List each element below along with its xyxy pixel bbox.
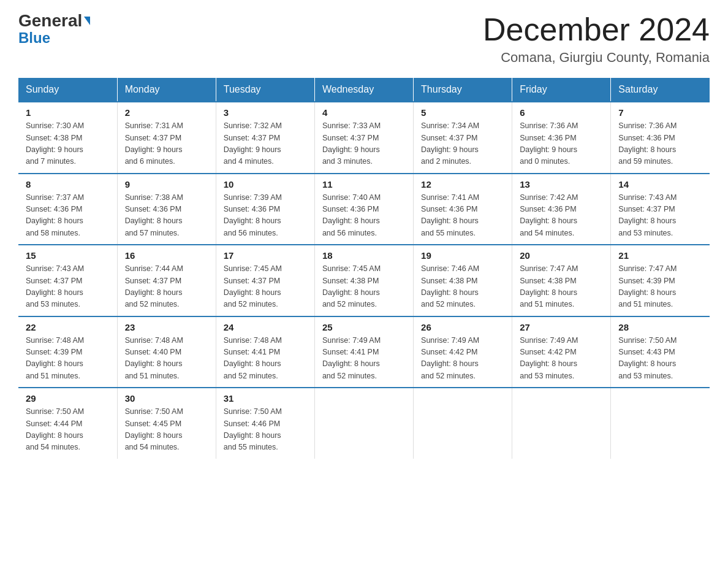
calendar-cell-w1-d2: 2Sunrise: 7:31 AMSunset: 4:37 PMDaylight… xyxy=(117,102,216,174)
calendar-cell-w5-d5 xyxy=(414,388,512,459)
day-number: 12 xyxy=(421,179,504,190)
day-info: Sunrise: 7:48 AMSunset: 4:41 PMDaylight:… xyxy=(224,336,282,380)
day-info: Sunrise: 7:40 AMSunset: 4:36 PMDaylight:… xyxy=(322,193,381,237)
calendar-cell-w5-d2: 30Sunrise: 7:50 AMSunset: 4:45 PMDayligh… xyxy=(117,388,216,459)
day-number: 21 xyxy=(618,250,702,261)
day-number: 30 xyxy=(125,393,208,404)
day-info: Sunrise: 7:37 AMSunset: 4:36 PMDaylight:… xyxy=(26,193,84,237)
day-number: 15 xyxy=(26,250,110,261)
day-number: 17 xyxy=(224,250,307,261)
calendar-cell-w3-d2: 16Sunrise: 7:44 AMSunset: 4:37 PMDayligh… xyxy=(117,245,216,316)
day-info: Sunrise: 7:39 AMSunset: 4:36 PMDaylight:… xyxy=(224,193,282,237)
calendar-cell-w5-d6 xyxy=(512,388,611,459)
calendar-cell-w2-d5: 12Sunrise: 7:41 AMSunset: 4:36 PMDayligh… xyxy=(414,174,512,245)
calendar-header: Sunday Monday Tuesday Wednesday Thursday… xyxy=(18,78,710,102)
header-sunday: Sunday xyxy=(18,78,117,102)
day-info: Sunrise: 7:50 AMSunset: 4:43 PMDaylight:… xyxy=(618,336,677,380)
header-tuesday: Tuesday xyxy=(216,78,314,102)
day-info: Sunrise: 7:36 AMSunset: 4:36 PMDaylight:… xyxy=(520,121,578,166)
calendar-cell-w1-d3: 3Sunrise: 7:32 AMSunset: 4:37 PMDaylight… xyxy=(216,102,314,174)
day-info: Sunrise: 7:48 AMSunset: 4:40 PMDaylight:… xyxy=(125,336,183,380)
day-number: 16 xyxy=(125,250,208,261)
logo: General Blue xyxy=(18,12,90,45)
calendar-cell-w3-d7: 21Sunrise: 7:47 AMSunset: 4:39 PMDayligh… xyxy=(611,245,710,316)
day-info: Sunrise: 7:44 AMSunset: 4:37 PMDaylight:… xyxy=(125,264,183,308)
day-number: 25 xyxy=(322,322,406,332)
calendar-week-4: 22Sunrise: 7:48 AMSunset: 4:39 PMDayligh… xyxy=(18,316,710,388)
calendar-cell-w5-d7 xyxy=(611,388,710,459)
logo-blue: Blue xyxy=(18,31,50,45)
calendar-cell-w2-d2: 9Sunrise: 7:38 AMSunset: 4:36 PMDaylight… xyxy=(117,174,216,245)
calendar-cell-w3-d1: 15Sunrise: 7:43 AMSunset: 4:37 PMDayligh… xyxy=(18,245,117,316)
day-info: Sunrise: 7:49 AMSunset: 4:42 PMDaylight:… xyxy=(421,336,479,380)
day-number: 14 xyxy=(618,179,702,190)
day-info: Sunrise: 7:32 AMSunset: 4:37 PMDaylight:… xyxy=(224,121,282,166)
day-number: 31 xyxy=(224,393,307,404)
calendar-cell-w1-d6: 6Sunrise: 7:36 AMSunset: 4:36 PMDaylight… xyxy=(512,102,611,174)
calendar-cell-w3-d6: 20Sunrise: 7:47 AMSunset: 4:38 PMDayligh… xyxy=(512,245,611,316)
day-info: Sunrise: 7:49 AMSunset: 4:41 PMDaylight:… xyxy=(322,336,381,380)
calendar-table: Sunday Monday Tuesday Wednesday Thursday… xyxy=(18,78,710,459)
day-info: Sunrise: 7:48 AMSunset: 4:39 PMDaylight:… xyxy=(26,336,84,380)
calendar-cell-w4-d1: 22Sunrise: 7:48 AMSunset: 4:39 PMDayligh… xyxy=(18,316,117,388)
calendar-cell-w4-d6: 27Sunrise: 7:49 AMSunset: 4:42 PMDayligh… xyxy=(512,316,611,388)
location: Comana, Giurgiu County, Romania xyxy=(483,50,710,66)
calendar-cell-w2-d3: 10Sunrise: 7:39 AMSunset: 4:36 PMDayligh… xyxy=(216,174,314,245)
day-number: 23 xyxy=(125,322,208,332)
calendar-cell-w3-d4: 18Sunrise: 7:45 AMSunset: 4:38 PMDayligh… xyxy=(314,245,413,316)
month-title: December 2024 xyxy=(483,12,710,47)
day-number: 7 xyxy=(618,107,702,118)
calendar-cell-w5-d3: 31Sunrise: 7:50 AMSunset: 4:46 PMDayligh… xyxy=(216,388,314,459)
day-info: Sunrise: 7:34 AMSunset: 4:37 PMDaylight:… xyxy=(421,121,479,166)
day-info: Sunrise: 7:38 AMSunset: 4:36 PMDaylight:… xyxy=(125,193,183,237)
logo-general: General xyxy=(18,12,90,29)
header-monday: Monday xyxy=(117,78,216,102)
day-number: 29 xyxy=(26,393,110,404)
day-number: 22 xyxy=(26,322,110,332)
day-info: Sunrise: 7:42 AMSunset: 4:36 PMDaylight:… xyxy=(520,193,578,237)
day-info: Sunrise: 7:43 AMSunset: 4:37 PMDaylight:… xyxy=(618,193,677,237)
calendar-body: 1Sunrise: 7:30 AMSunset: 4:38 PMDaylight… xyxy=(18,102,710,459)
day-number: 6 xyxy=(520,107,603,118)
calendar-cell-w1-d5: 5Sunrise: 7:34 AMSunset: 4:37 PMDaylight… xyxy=(414,102,512,174)
calendar-cell-w3-d3: 17Sunrise: 7:45 AMSunset: 4:37 PMDayligh… xyxy=(216,245,314,316)
header-wednesday: Wednesday xyxy=(314,78,413,102)
day-number: 4 xyxy=(322,107,406,118)
calendar-cell-w1-d1: 1Sunrise: 7:30 AMSunset: 4:38 PMDaylight… xyxy=(18,102,117,174)
calendar-cell-w4-d5: 26Sunrise: 7:49 AMSunset: 4:42 PMDayligh… xyxy=(414,316,512,388)
day-info: Sunrise: 7:50 AMSunset: 4:44 PMDaylight:… xyxy=(26,407,84,451)
day-info: Sunrise: 7:50 AMSunset: 4:45 PMDaylight:… xyxy=(125,407,183,451)
day-number: 1 xyxy=(26,107,110,118)
day-number: 10 xyxy=(224,179,307,190)
calendar-cell-w2-d1: 8Sunrise: 7:37 AMSunset: 4:36 PMDaylight… xyxy=(18,174,117,245)
calendar-cell-w4-d7: 28Sunrise: 7:50 AMSunset: 4:43 PMDayligh… xyxy=(611,316,710,388)
day-number: 20 xyxy=(520,250,603,261)
day-number: 13 xyxy=(520,179,603,190)
calendar-week-3: 15Sunrise: 7:43 AMSunset: 4:37 PMDayligh… xyxy=(18,245,710,316)
day-number: 19 xyxy=(421,250,504,261)
day-info: Sunrise: 7:50 AMSunset: 4:46 PMDaylight:… xyxy=(224,407,282,451)
calendar-week-2: 8Sunrise: 7:37 AMSunset: 4:36 PMDaylight… xyxy=(18,174,710,245)
header-thursday: Thursday xyxy=(414,78,512,102)
day-info: Sunrise: 7:41 AMSunset: 4:36 PMDaylight:… xyxy=(421,193,479,237)
day-info: Sunrise: 7:49 AMSunset: 4:42 PMDaylight:… xyxy=(520,336,578,380)
page-header: General Blue December 2024 Comana, Giurg… xyxy=(18,12,710,66)
header-saturday: Saturday xyxy=(611,78,710,102)
calendar-cell-w4-d4: 25Sunrise: 7:49 AMSunset: 4:41 PMDayligh… xyxy=(314,316,413,388)
calendar-cell-w2-d4: 11Sunrise: 7:40 AMSunset: 4:36 PMDayligh… xyxy=(314,174,413,245)
calendar-cell-w1-d4: 4Sunrise: 7:33 AMSunset: 4:37 PMDaylight… xyxy=(314,102,413,174)
logo-triangle-icon xyxy=(84,17,90,25)
day-info: Sunrise: 7:47 AMSunset: 4:38 PMDaylight:… xyxy=(520,264,578,308)
day-number: 5 xyxy=(421,107,504,118)
day-number: 3 xyxy=(224,107,307,118)
day-info: Sunrise: 7:33 AMSunset: 4:37 PMDaylight:… xyxy=(322,121,381,166)
day-number: 26 xyxy=(421,322,504,332)
day-info: Sunrise: 7:30 AMSunset: 4:38 PMDaylight:… xyxy=(26,121,84,166)
calendar-cell-w2-d7: 14Sunrise: 7:43 AMSunset: 4:37 PMDayligh… xyxy=(611,174,710,245)
calendar-cell-w4-d3: 24Sunrise: 7:48 AMSunset: 4:41 PMDayligh… xyxy=(216,316,314,388)
day-info: Sunrise: 7:47 AMSunset: 4:39 PMDaylight:… xyxy=(618,264,677,308)
day-number: 8 xyxy=(26,179,110,190)
day-info: Sunrise: 7:46 AMSunset: 4:38 PMDaylight:… xyxy=(421,264,479,308)
day-info: Sunrise: 7:31 AMSunset: 4:37 PMDaylight:… xyxy=(125,121,183,166)
calendar-week-1: 1Sunrise: 7:30 AMSunset: 4:38 PMDaylight… xyxy=(18,102,710,174)
